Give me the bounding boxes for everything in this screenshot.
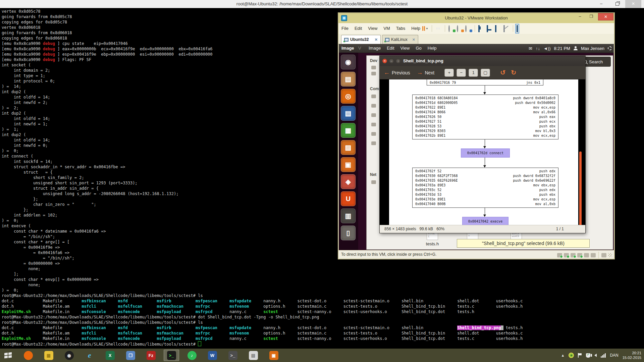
panel-menu-edit[interactable]: Edit: [384, 44, 397, 53]
taskbar-file-explorer-icon[interactable]: ▦: [41, 350, 56, 361]
tab-ubuntu32[interactable]: Ubuntu32 ✕: [341, 35, 381, 44]
taskbar-excel-icon[interactable]: X: [102, 350, 118, 361]
tray-clock[interactable]: 20:21 15-02-2015: [623, 351, 641, 360]
taskbar-spotify-icon[interactable]: ♪: [184, 350, 200, 361]
network-place-icon[interactable]: [371, 180, 376, 184]
viewer-scrollbar[interactable]: [579, 152, 582, 225]
next-button[interactable]: → Next: [417, 69, 434, 76]
sidebar-computer-label[interactable]: Com: [370, 86, 379, 91]
viewer-maximize-button[interactable]: ▫: [396, 59, 400, 63]
vmware-menu-file[interactable]: File: [338, 23, 352, 34]
guest-screen[interactable]: Image V ImageEditViewGoHelp ✉ ↑↓ ◄)) 8:2…: [339, 44, 614, 250]
terminal-close-button[interactable]: ✕: [625, 0, 641, 8]
show-sidebar-icon[interactable]: [478, 26, 484, 31]
vmware-maximize-button[interactable]: ❐: [586, 13, 597, 20]
launcher-trash-icon[interactable]: ▯: [341, 226, 356, 240]
vmware-close-button[interactable]: ✕: [598, 13, 613, 20]
viewer-image-area[interactable]: 0x00417016 79jns 0x10x00417018 68C0A8018…: [380, 79, 585, 225]
launcher-libreoffice-writer-icon[interactable]: ▤: [341, 106, 356, 121]
pause-vm-button[interactable]: ▼: [422, 26, 428, 31]
network-device-icon[interactable]: [571, 253, 576, 257]
vmware-menu-tabs[interactable]: Tabs: [393, 23, 408, 34]
sidebar-network-label[interactable]: Net: [370, 172, 376, 177]
rotate-left-button[interactable]: ↺: [499, 69, 507, 76]
revert-snapshot-icon[interactable]: [457, 26, 463, 31]
taskbar-firefox-icon[interactable]: [20, 350, 36, 361]
place-icon[interactable]: [371, 95, 376, 98]
taskbar-cmd-icon[interactable]: >_: [225, 350, 240, 361]
device-icon[interactable]: [371, 72, 376, 75]
security-shield-icon[interactable]: [586, 353, 590, 358]
tab-kalilinux[interactable]: KaliLinux ✕: [382, 35, 418, 44]
viewer-close-button[interactable]: ✕: [382, 59, 387, 63]
terminal-restore-button[interactable]: [610, 0, 625, 8]
tab-close-icon[interactable]: ✕: [412, 38, 415, 42]
panel-username[interactable]: Max Jensen: [581, 46, 604, 51]
harddisk-device-icon[interactable]: [557, 253, 562, 257]
launcher-terminal-icon[interactable]: ▥: [341, 208, 356, 223]
console-view-icon[interactable]: [487, 26, 493, 31]
launcher-dash-home-icon[interactable]: ◉: [341, 55, 356, 69]
viewer-titlebar[interactable]: ✕ – ▫ Shell_bind_tcp.png: [380, 56, 585, 66]
unity-mode-icon[interactable]: [503, 26, 509, 31]
file-item[interactable]: struc {tests.h: [414, 231, 451, 246]
terminal-minimize-button[interactable]: –: [594, 0, 609, 8]
vmware-minimize-button[interactable]: –: [575, 13, 585, 20]
taskbar-filezilla-icon[interactable]: Fz: [143, 350, 159, 361]
network-signal-icon[interactable]: [601, 353, 606, 358]
sidebar-devices-label[interactable]: Dev: [370, 58, 377, 63]
launcher-ubuntu-one-icon[interactable]: U: [341, 191, 356, 206]
vmware-menu-vm[interactable]: VM: [380, 23, 393, 34]
vmware-titlebar[interactable]: Ubuntu32 - VMware Workstation – ❐ ✕: [338, 13, 614, 23]
launcher-libreoffice-calc-icon[interactable]: ▦: [341, 123, 356, 138]
panel-menu-help[interactable]: Help: [425, 44, 440, 53]
launcher-firefox-icon[interactable]: ◎: [341, 89, 356, 104]
taskbar-media-player-icon[interactable]: ◉: [61, 350, 77, 361]
take-snapshot-icon[interactable]: [448, 26, 454, 31]
show-console-icon[interactable]: [517, 26, 523, 31]
launcher-music-store-icon[interactable]: ◈: [341, 174, 356, 189]
previous-button[interactable]: ← Previous: [384, 69, 410, 76]
image-viewer-window[interactable]: ✕ – ▫ Shell_bind_tcp.png ← Previous → Ne…: [379, 56, 586, 233]
manage-snapshots-icon[interactable]: [465, 26, 471, 31]
zoom-in-button[interactable]: +: [444, 69, 454, 77]
zoom-out-button[interactable]: −: [457, 69, 466, 77]
cdrom-device-icon[interactable]: [564, 253, 569, 257]
resize-grip[interactable]: [608, 253, 612, 257]
tab-close-icon[interactable]: ✕: [375, 38, 378, 42]
taskbar-vmware-icon[interactable]: ❒: [123, 350, 138, 361]
action-center-flag-icon[interactable]: [578, 353, 582, 358]
session-gear-icon[interactable]: [608, 46, 612, 50]
place-icon[interactable]: [371, 104, 376, 108]
vmware-menu-edit[interactable]: Edit: [352, 23, 365, 34]
network-arrows-icon[interactable]: ↑↓: [536, 46, 540, 51]
place-icon[interactable]: [371, 141, 376, 145]
taskbar-internet-explorer-icon[interactable]: e: [82, 350, 97, 361]
taskbar-ubuntu-one-installer-icon[interactable]: ▣: [266, 350, 281, 361]
panel-menu-image[interactable]: Image: [366, 44, 384, 53]
launcher-software-center-icon[interactable]: ▣: [341, 157, 356, 172]
viewer-minimize-button[interactable]: –: [389, 59, 394, 63]
panel-menu-go[interactable]: Go: [413, 44, 425, 53]
volume-icon[interactable]: [594, 354, 597, 357]
taskbar-notepad-icon[interactable]: ▤: [246, 350, 261, 361]
fullscreen-icon[interactable]: [495, 26, 501, 31]
language-indicator[interactable]: DAN: [610, 353, 618, 358]
panel-clock[interactable]: 8:21 PM: [554, 46, 570, 51]
tray-spotify-icon[interactable]: +: [569, 353, 574, 358]
panel-menu-view[interactable]: View: [397, 44, 413, 53]
vmware-menu-view[interactable]: View: [365, 23, 380, 34]
message-log-icon[interactable]: [601, 253, 606, 257]
place-icon[interactable]: [371, 123, 376, 126]
display-device-icon[interactable]: [591, 253, 596, 257]
place-icon[interactable]: [371, 113, 376, 117]
vmware-menu-help[interactable]: Help: [408, 23, 423, 34]
sound-device-icon[interactable]: [584, 253, 589, 257]
rotate-right-button[interactable]: ↻: [509, 69, 518, 76]
sound-icon[interactable]: ◄)): [543, 46, 551, 51]
send-ctrl-alt-del-icon[interactable]: [435, 26, 441, 31]
mail-icon[interactable]: ✉: [529, 46, 532, 51]
hidden-icons-button[interactable]: ▲: [561, 353, 565, 357]
normal-size-button[interactable]: 1: [469, 69, 478, 77]
taskbar-word-icon[interactable]: W: [205, 350, 220, 361]
